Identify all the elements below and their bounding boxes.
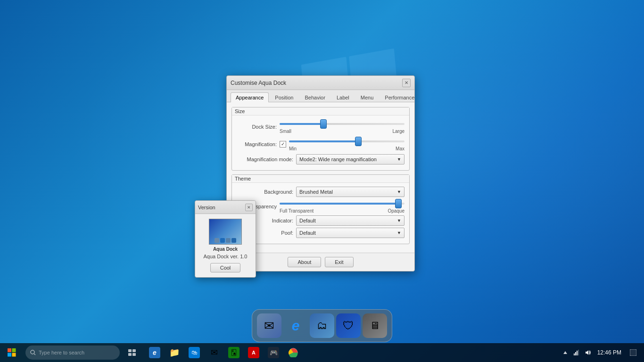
task-view-icon xyxy=(128,349,136,356)
dock-icon-finder[interactable]: 🗂 xyxy=(310,313,334,338)
tab-behavior[interactable]: Behavior xyxy=(299,92,330,102)
taskbar-app-store[interactable]: 🛍 xyxy=(185,343,204,362)
svg-marker-12 xyxy=(563,351,567,354)
ie-icon: e xyxy=(292,318,300,334)
magnification-slider-container: Min Max xyxy=(289,137,405,151)
transparency-row: Transparency Full Transparent Opaque xyxy=(237,199,405,214)
svg-rect-3 xyxy=(12,353,16,357)
clock-time: 12:46 PM xyxy=(597,349,621,356)
transparency-track[interactable] xyxy=(280,199,405,208)
poof-row: Poof: Default ▼ xyxy=(237,228,405,238)
bg-dropdown-arrow-icon: ▼ xyxy=(397,189,401,194)
taskbar-app-solitaire[interactable]: 🂮 xyxy=(224,343,243,362)
dialog-close-button[interactable]: ✕ xyxy=(402,79,411,87)
taskbar-apps: e 📁 🛍 ✉ 🂮 A xyxy=(145,343,303,362)
dock-size-track[interactable] xyxy=(280,119,405,129)
dock-icon-preview-4 xyxy=(231,238,236,243)
version-close-button[interactable]: ✕ xyxy=(245,204,253,211)
transparency-slider-container: Full Transparent Opaque xyxy=(280,199,405,214)
notification-button[interactable] xyxy=(626,343,640,362)
transparency-labels: Full Transparent Opaque xyxy=(280,208,405,214)
svg-rect-13 xyxy=(574,354,575,355)
svg-rect-1 xyxy=(12,348,16,352)
dock-icon-ie[interactable]: e xyxy=(283,313,308,338)
taskbar-app-explorer[interactable]: 📁 xyxy=(165,343,184,362)
transparency-min-label: Full Transparent xyxy=(280,208,314,214)
dock-icon-mac-settings[interactable]: 🖥 xyxy=(363,313,387,338)
size-section-content: Dock Size: Small Large xyxy=(232,115,409,170)
tab-label[interactable]: Label xyxy=(331,92,355,102)
version-dialog-title: Version xyxy=(198,205,215,210)
svg-rect-2 xyxy=(8,353,11,357)
acrobat-icon: A xyxy=(248,347,259,358)
svg-rect-7 xyxy=(132,349,136,352)
svg-line-5 xyxy=(34,354,36,355)
explorer-icon: 📁 xyxy=(169,347,180,358)
svg-rect-0 xyxy=(8,348,11,352)
about-button[interactable]: About xyxy=(288,257,321,267)
tab-appearance[interactable]: Appearance xyxy=(231,92,269,102)
clock-area[interactable]: 12:46 PM xyxy=(594,348,624,357)
dock-icon-mail[interactable]: ✉ xyxy=(257,313,281,338)
size-section: Size Dock Size: Small L xyxy=(231,107,410,171)
magnification-mode-dropdown[interactable]: Mode2: Wide range magnification ▼ xyxy=(296,154,405,165)
magnification-max-label: Max xyxy=(396,146,405,151)
version-dialog: Version ✕ Aqua Dock Aqua Dock ver. 1.0 C… xyxy=(195,200,256,278)
task-view-button[interactable] xyxy=(122,343,142,362)
indicator-row: Indicator: Default ▼ xyxy=(237,215,405,226)
magnification-checkbox[interactable]: ✓ xyxy=(280,141,286,148)
magnification-fill xyxy=(289,140,358,142)
finder-icon: 🗂 xyxy=(317,320,327,332)
taskbar-search[interactable]: Type here to search xyxy=(25,346,120,360)
poof-dropdown[interactable]: Default ▼ xyxy=(296,228,405,238)
magnification-mode-row: Magnification mode: Mode2: Wide range ma… xyxy=(237,154,405,165)
steam-icon: 🎮 xyxy=(268,347,279,358)
theme-section-content: Background: Brushed Metal ▼ Transparency xyxy=(232,183,409,244)
version-titlebar: Version ✕ xyxy=(195,201,256,214)
svg-rect-15 xyxy=(577,351,578,355)
network-icon xyxy=(573,350,580,355)
windows-logo-icon xyxy=(8,348,16,357)
taskbar-app-mail[interactable]: ✉ xyxy=(205,343,223,362)
taskbar-app-edge[interactable]: e xyxy=(145,343,164,362)
mail-taskbar-icon: ✉ xyxy=(208,347,220,358)
dock-size-label: Dock Size: xyxy=(237,124,277,130)
background-dropdown[interactable]: Brushed Metal ▼ xyxy=(296,187,405,197)
magnification-label: Magnification: xyxy=(237,141,277,147)
dropdown-arrow-icon: ▼ xyxy=(397,157,401,162)
dock-size-labels: Small Large xyxy=(280,129,405,134)
transparency-thumb[interactable] xyxy=(395,199,402,208)
taskbar-app-chrome[interactable] xyxy=(284,343,303,362)
transparency-slider-bg xyxy=(280,203,405,205)
dock-size-slider-bg xyxy=(280,123,405,125)
dock-size-min-label: Small xyxy=(280,129,291,134)
dock-size-fill xyxy=(280,123,323,125)
start-button[interactable] xyxy=(0,343,24,362)
network-tray-icon[interactable] xyxy=(572,348,581,357)
magnification-track[interactable] xyxy=(289,137,405,146)
volume-tray-icon[interactable] xyxy=(583,348,593,357)
dock-icon-shield[interactable]: 🛡 xyxy=(336,313,361,338)
tab-menu[interactable]: Menu xyxy=(355,92,379,102)
dock-size-max-label: Large xyxy=(392,129,405,134)
background-value: Brushed Metal xyxy=(299,189,333,195)
cool-button[interactable]: Cool xyxy=(210,263,241,272)
tab-performance[interactable]: Performance xyxy=(380,92,420,102)
dock-size-thumb[interactable] xyxy=(320,119,327,129)
poof-value: Default xyxy=(299,230,316,236)
taskbar-tray: 12:46 PM xyxy=(561,343,644,362)
magnification-thumb[interactable] xyxy=(355,137,362,146)
tab-position[interactable]: Position xyxy=(270,92,298,102)
svg-point-4 xyxy=(31,350,34,354)
theme-section: Theme Background: Brushed Metal ▼ Transp… xyxy=(231,174,410,244)
search-placeholder: Type here to search xyxy=(39,350,84,355)
size-section-title: Size xyxy=(232,107,409,115)
tray-overflow-button[interactable] xyxy=(561,348,570,357)
mac-settings-icon: 🖥 xyxy=(370,320,380,332)
indicator-dropdown[interactable]: Default ▼ xyxy=(296,215,405,226)
taskbar-app-steam[interactable]: 🎮 xyxy=(264,343,283,362)
exit-button[interactable]: Exit xyxy=(325,257,353,267)
version-app-image xyxy=(209,219,242,245)
taskbar-app-acrobat[interactable]: A xyxy=(244,343,263,362)
mac-dock: ✉ e 🗂 🛡 🖥 xyxy=(252,309,392,342)
